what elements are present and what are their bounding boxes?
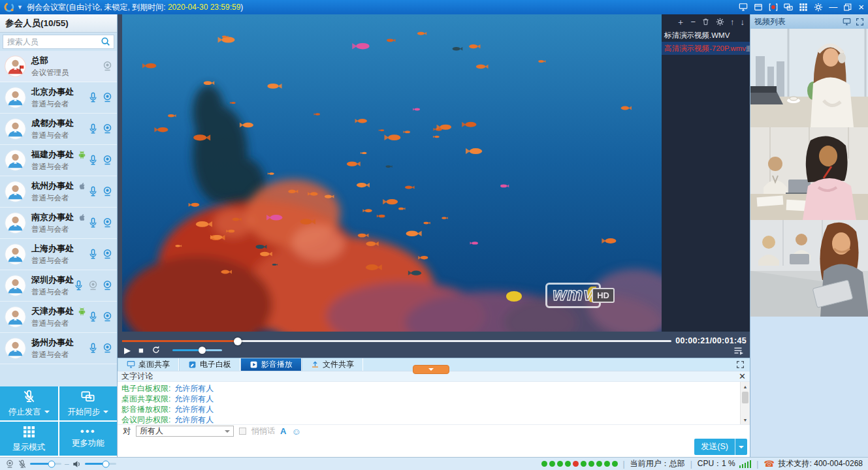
playlist-toggle-icon[interactable]: [733, 347, 745, 355]
webcam-icon[interactable]: [102, 92, 113, 103]
webcam-icon[interactable]: [102, 249, 113, 260]
dropdown-caret-icon[interactable]: [103, 411, 108, 416]
microphone-icon[interactable]: [88, 155, 99, 166]
start-sync-button[interactable]: 开始同步: [59, 386, 118, 420]
microphone-icon[interactable]: [88, 343, 99, 354]
playlist-add-icon[interactable]: ＋: [676, 18, 684, 26]
trash-icon[interactable]: [701, 18, 710, 26]
participant-row[interactable]: 总部 会议管理员: [0, 51, 117, 82]
stop-speaking-button[interactable]: 停止发言: [0, 386, 58, 420]
apple-icon: [77, 181, 87, 191]
chat-scrollbar[interactable]: ▲ ▼: [740, 382, 750, 424]
more-functions-button[interactable]: ••• 更多功能: [59, 422, 118, 456]
video-thumbnail-1[interactable]: [750, 29, 868, 127]
dropdown-caret-icon[interactable]: [44, 411, 50, 416]
video-content[interactable]: wmv HD: [122, 14, 662, 332]
participant-row[interactable]: 天津办事处 普通与会者: [0, 302, 117, 333]
video-thumbnail-3[interactable]: [750, 220, 868, 317]
video-wall-icon[interactable]: [843, 18, 851, 26]
chevron-down-icon[interactable]: ▼: [17, 4, 23, 10]
speaker-volume-slider[interactable]: [85, 463, 116, 465]
chat-message: 影音播放权限:允许所有人: [121, 404, 735, 415]
search-icon[interactable]: [101, 37, 110, 46]
gear-icon[interactable]: [814, 3, 823, 12]
layout-grid-icon[interactable]: [799, 3, 808, 12]
whisper-checkbox[interactable]: [239, 428, 246, 435]
tab-whiteboard[interactable]: 电子白板: [179, 358, 240, 371]
participant-row[interactable]: 上海办事处 普通与会者: [0, 239, 117, 270]
move-down-icon[interactable]: ↓: [741, 18, 745, 26]
microphone-icon[interactable]: [88, 249, 99, 260]
panel-collapse-handle[interactable]: [413, 365, 449, 374]
webcam-broadcast-icon[interactable]: [102, 343, 113, 354]
participant-row[interactable]: 成都办事处 普通与会者: [0, 114, 117, 145]
participant-row[interactable]: 杭州办事处 普通与会者: [0, 176, 117, 208]
maximize-button[interactable]: [843, 3, 852, 12]
participant-row[interactable]: 深圳办事处 普通与会者: [0, 270, 117, 302]
volume-handle[interactable]: [199, 347, 206, 354]
scroll-up-icon[interactable]: ▲: [741, 382, 750, 391]
display-mode-button[interactable]: 显示模式: [0, 422, 58, 456]
playlist-item-selected[interactable]: 高清演示视频-720P.wmv 删除: [662, 42, 750, 55]
window-mode-icon[interactable]: [754, 3, 763, 12]
participant-row[interactable]: 福建办事处 普通与会者: [0, 145, 117, 176]
move-up-icon[interactable]: ↑: [730, 18, 735, 26]
playlist-remove-icon[interactable]: −: [690, 18, 696, 26]
microphone-icon[interactable]: [73, 280, 84, 291]
close-icon[interactable]: ✕: [739, 372, 746, 381]
close-button[interactable]: ×: [858, 3, 864, 12]
tab-desktop-share[interactable]: 桌面共享: [118, 358, 179, 371]
delete-button[interactable]: 删除: [746, 42, 750, 55]
participant-row[interactable]: 扬州办事处 普通与会者: [0, 333, 117, 364]
player-volume-slider[interactable]: [172, 349, 222, 351]
expand-icon[interactable]: [856, 18, 864, 26]
send-button[interactable]: 发送(S): [694, 439, 747, 455]
video-thumbnail-2[interactable]: [750, 127, 868, 220]
speaker-volume-handle[interactable]: [103, 460, 110, 467]
webcam-icon[interactable]: [102, 123, 113, 134]
microphone-muted-icon[interactable]: [18, 460, 27, 469]
send-options-icon[interactable]: [735, 443, 747, 451]
minimize-button[interactable]: —: [829, 3, 837, 12]
microphone-icon[interactable]: [88, 123, 99, 134]
seek-handle[interactable]: [234, 337, 242, 345]
expand-icon[interactable]: [736, 360, 745, 369]
webcam-icon[interactable]: [102, 61, 113, 72]
screen-share-icon[interactable]: [739, 3, 748, 12]
webcam-icon[interactable]: [102, 217, 113, 228]
webcam-icon[interactable]: [102, 311, 113, 322]
microphone-icon[interactable]: [88, 217, 99, 228]
seek-bar[interactable]: [122, 340, 671, 342]
webcam-off-icon[interactable]: [88, 280, 99, 291]
play-button[interactable]: ▶: [124, 346, 131, 354]
mic-volume-slider[interactable]: [30, 463, 61, 465]
message-compose-area[interactable]: 发送(S): [118, 437, 750, 457]
participant-row[interactable]: 南京办事处 普通与会者: [0, 208, 117, 239]
search-input[interactable]: [3, 35, 114, 49]
webcam-icon[interactable]: [102, 186, 113, 197]
scrollbar-thumb[interactable]: [742, 392, 748, 403]
microphone-icon[interactable]: [88, 186, 99, 197]
mic-volume-handle[interactable]: [48, 460, 55, 467]
webcam-status-icon[interactable]: [5, 460, 14, 469]
scroll-down-icon[interactable]: ▼: [741, 415, 750, 424]
stop-button[interactable]: ■: [138, 346, 144, 354]
webcam-icon[interactable]: [102, 280, 113, 291]
participant-row[interactable]: 北京办事处 普通与会者: [0, 82, 117, 114]
font-button[interactable]: A: [280, 426, 286, 436]
tab-file-share[interactable]: 文件共享: [302, 358, 363, 371]
sync-screens-icon[interactable]: [784, 3, 793, 12]
replay-button[interactable]: [152, 345, 161, 354]
emoji-button[interactable]: ☺: [291, 427, 300, 436]
webcam-icon[interactable]: [102, 155, 113, 166]
playlist-settings-icon[interactable]: [716, 18, 724, 26]
chat-messages: 电子白板权限:允许所有人 桌面共享权限:允许所有人 影音播放权限:允许所有人 会…: [118, 382, 750, 424]
microphone-icon[interactable]: [88, 311, 99, 322]
record-icon[interactable]: [769, 3, 778, 12]
microphone-icon[interactable]: [88, 92, 99, 103]
tab-media-playback[interactable]: 影音播放: [240, 358, 302, 371]
avatar: [5, 243, 26, 265]
recipient-select[interactable]: 所有人: [136, 426, 234, 437]
speaker-icon[interactable]: [72, 460, 82, 469]
playlist-item[interactable]: 标清演示视频.WMV: [662, 29, 750, 42]
